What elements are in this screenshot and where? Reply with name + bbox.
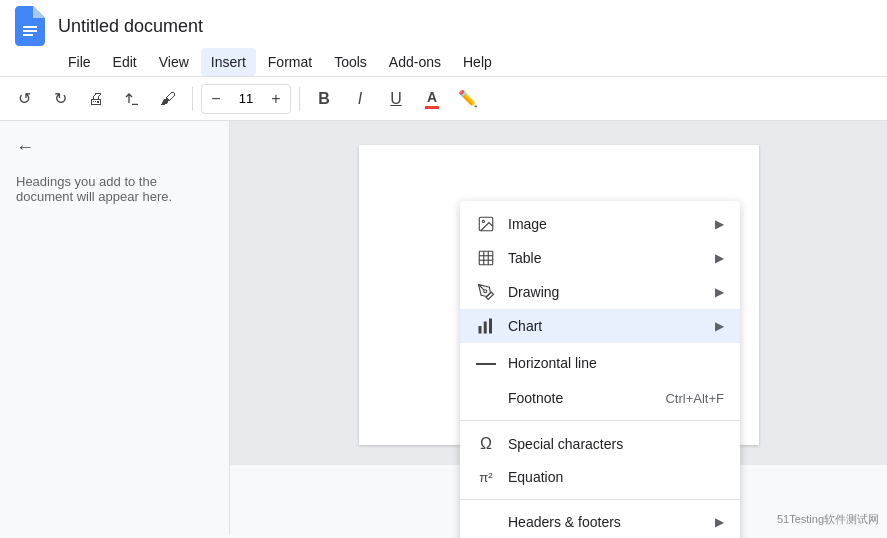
underline-button[interactable]: U xyxy=(380,83,412,115)
menu-insert[interactable]: Insert xyxy=(201,48,256,76)
drawing-label: Drawing xyxy=(508,284,703,300)
sidebar-description: Headings you add to the document will ap… xyxy=(16,174,213,204)
menu-bar: File Edit View Insert Format Tools Add-o… xyxy=(0,48,887,76)
svg-point-7 xyxy=(484,290,487,293)
redo-button[interactable]: ↻ xyxy=(44,83,76,115)
sidebar-back-button[interactable]: ← xyxy=(16,137,213,158)
table-arrow: ▶ xyxy=(715,251,724,265)
document-container: 1 2 3 Image ▶ xyxy=(230,121,887,535)
menu-edit[interactable]: Edit xyxy=(103,48,147,76)
equation-icon: π² xyxy=(476,470,496,485)
menu-item-table[interactable]: Table ▶ xyxy=(460,241,740,275)
menu-view[interactable]: View xyxy=(149,48,199,76)
insert-menu[interactable]: Image ▶ Table ▶ xyxy=(460,201,740,538)
watermark: 51Testing软件测试网 xyxy=(777,512,879,527)
font-size-input[interactable]: 11 xyxy=(230,91,262,106)
font-size-control: − 11 + xyxy=(201,84,291,114)
special-chars-label: Special characters xyxy=(508,436,724,452)
menu-item-footnote[interactable]: Footnote Ctrl+Alt+F xyxy=(460,382,740,414)
drawing-icon xyxy=(476,283,496,301)
app-container: Untitled document File Edit View Insert … xyxy=(0,0,887,535)
menu-item-equation[interactable]: π² Equation xyxy=(460,461,740,493)
menu-file[interactable]: File xyxy=(58,48,101,76)
table-icon xyxy=(476,249,496,267)
drawing-arrow: ▶ xyxy=(715,285,724,299)
special-chars-icon: Ω xyxy=(476,435,496,453)
svg-rect-8 xyxy=(479,326,482,334)
toolbar: ↺ ↻ 🖨 🖌 − 11 + B I U A ✏️ xyxy=(0,77,887,121)
equation-label: Equation xyxy=(508,469,724,485)
hline-icon: — xyxy=(476,351,496,374)
menu-item-special-chars[interactable]: Ω Special characters xyxy=(460,427,740,461)
menu-divider-1 xyxy=(460,420,740,421)
headers-label: Headers & footers xyxy=(508,514,703,530)
app-icon xyxy=(12,8,48,44)
title-row: Untitled document xyxy=(0,0,887,48)
divider-2 xyxy=(299,87,300,111)
menu-divider-2 xyxy=(460,499,740,500)
font-size-decrease[interactable]: − xyxy=(202,85,230,113)
image-arrow: ▶ xyxy=(715,217,724,231)
top-bar: Untitled document File Edit View Insert … xyxy=(0,0,887,77)
image-label: Image xyxy=(508,216,703,232)
menu-format[interactable]: Format xyxy=(258,48,322,76)
paintformat-button[interactable]: 🖌 xyxy=(152,83,184,115)
chart-arrow: ▶ xyxy=(715,319,724,333)
menu-help[interactable]: Help xyxy=(453,48,502,76)
highlight-button[interactable]: ✏️ xyxy=(452,83,484,115)
font-size-increase[interactable]: + xyxy=(262,85,290,113)
text-color-button[interactable]: A xyxy=(416,83,448,115)
svg-point-1 xyxy=(482,220,484,222)
svg-rect-2 xyxy=(479,251,493,265)
menu-tools[interactable]: Tools xyxy=(324,48,377,76)
table-label: Table xyxy=(508,250,703,266)
bold-button[interactable]: B xyxy=(308,83,340,115)
image-icon xyxy=(476,215,496,233)
headers-arrow: ▶ xyxy=(715,515,724,529)
hline-label: Horizontal line xyxy=(508,355,724,371)
italic-button[interactable]: I xyxy=(344,83,376,115)
outline-sidebar: ← Headings you add to the document will … xyxy=(0,121,230,535)
back-arrow-icon: ← xyxy=(16,137,34,158)
document-title: Untitled document xyxy=(58,16,203,37)
menu-item-headers-footers[interactable]: Headers & footers ▶ xyxy=(460,506,740,538)
footnote-label: Footnote xyxy=(508,390,653,406)
print-button[interactable]: 🖨 xyxy=(80,83,112,115)
undo-button[interactable]: ↺ xyxy=(8,83,40,115)
svg-rect-10 xyxy=(489,319,492,334)
footnote-shortcut: Ctrl+Alt+F xyxy=(665,391,724,406)
menu-addons[interactable]: Add-ons xyxy=(379,48,451,76)
spellcheck-button[interactable] xyxy=(116,83,148,115)
divider-1 xyxy=(192,87,193,111)
menu-item-image[interactable]: Image ▶ xyxy=(460,207,740,241)
main-area: ← Headings you add to the document will … xyxy=(0,121,887,535)
menu-item-drawing[interactable]: Drawing ▶ xyxy=(460,275,740,309)
menu-item-hline[interactable]: — Horizontal line xyxy=(460,343,740,382)
menu-item-chart[interactable]: Chart ▶ Bar xyxy=(460,309,740,343)
chart-icon xyxy=(476,317,496,335)
svg-rect-9 xyxy=(484,322,487,334)
chart-label: Chart xyxy=(508,318,703,334)
